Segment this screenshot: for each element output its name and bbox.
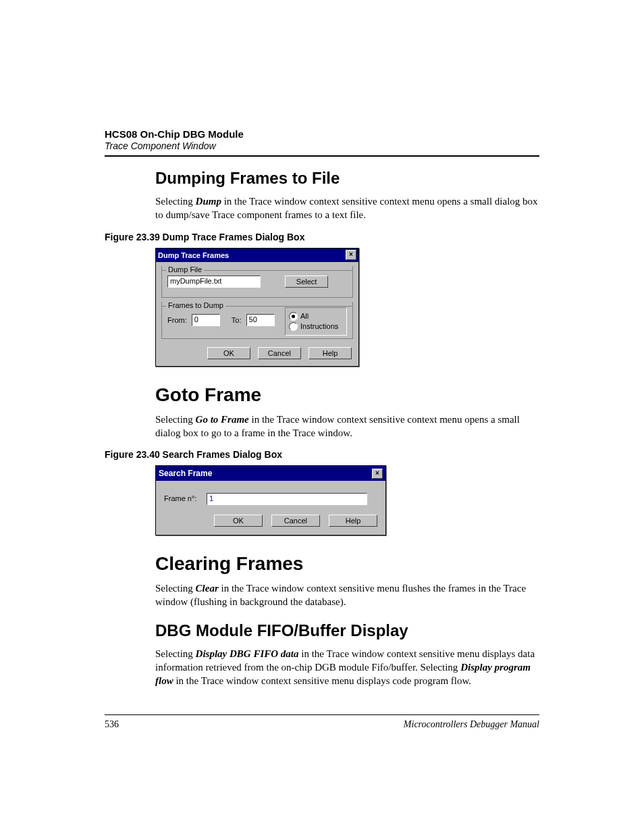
frames-to-dump-group: Frames to Dump From: 0 To: 50 All Instru… [161,302,353,339]
manual-title: Microcontrollers Debugger Manual [404,719,539,730]
text: Selecting [155,196,196,207]
dialog-title: Search Frame [159,469,212,478]
select-button[interactable]: Select [285,276,328,288]
emphasis: Dump [196,196,221,207]
frame-number-input[interactable]: 1 [207,493,367,505]
radio-panel: All Instructions [285,307,347,336]
to-input[interactable]: 50 [246,314,275,326]
para-fifo: Selecting Display DBG FIFO data in the T… [155,647,539,688]
emphasis: Clear [196,583,219,594]
help-button[interactable]: Help [329,515,377,527]
from-input[interactable]: 0 [192,314,220,326]
dump-trace-frames-dialog: Dump Trace Frames × Dump File myDumpFile… [155,248,359,367]
close-icon[interactable]: × [346,250,356,260]
dialog-button-row: OK Cancel Help [156,343,358,366]
page-footer: 536 Microcontrollers Debugger Manual [105,714,539,730]
header-chapter: HCS08 On-Chip DBG Module [105,128,539,140]
radio-all[interactable]: All [289,312,343,321]
ok-button[interactable]: OK [207,347,250,359]
frame-number-label: Frame n°: [164,494,205,502]
text: in the Trace window context sensitive me… [173,675,471,686]
radio-instructions[interactable]: Instructions [289,322,343,331]
radio-icon [289,312,298,321]
dialog-titlebar: Search Frame × [156,466,385,481]
para-dump: Selecting Dump in the Trace window conte… [155,194,539,222]
dialog-titlebar: Dump Trace Frames × [156,249,358,262]
running-header: HCS08 On-Chip DBG Module Trace Component… [105,128,539,151]
para-goto: Selecting Go to Frame in the Trace windo… [155,413,539,440]
dump-filename-input[interactable]: myDumpFile.txt [167,276,261,288]
text: Selecting [155,648,196,659]
cancel-button[interactable]: Cancel [258,347,301,359]
header-rule [105,155,539,157]
to-label: To: [232,316,242,324]
heading-fifo: DBG Module FIFO/Buffer Display [155,621,539,640]
page-number: 536 [105,719,119,730]
group-legend: Frames to Dump [166,301,225,309]
header-section: Trace Component Window [105,140,539,151]
radio-label: Instructions [300,322,338,330]
search-frame-dialog: Search Frame × Frame n°: 1 OK Cancel Hel… [155,465,386,536]
heading-clear: Clearing Frames [155,553,539,575]
group-legend: Dump File [166,265,204,273]
close-icon[interactable]: × [372,469,383,479]
heading-goto: Goto Frame [155,384,539,406]
ok-button[interactable]: OK [214,515,263,527]
emphasis: Go to Frame [196,414,249,425]
radio-label: All [300,312,308,320]
figure-caption-dump: Figure 23.39 Dump Trace Frames Dialog Bo… [105,232,539,242]
dump-file-group: Dump File myDumpFile.txt Select [161,266,353,298]
from-label: From: [167,316,187,324]
text: Selecting [155,583,196,594]
emphasis: Display DBG FIFO data [196,648,299,659]
cancel-button[interactable]: Cancel [271,515,320,527]
text: Selecting [155,414,196,425]
para-clear: Selecting Clear in the Trace window cont… [155,581,539,609]
footer-rule [105,714,539,715]
dialog-title: Dump Trace Frames [158,251,229,259]
dialog-button-row: OK Cancel Help [164,515,377,527]
figure-caption-search: Figure 23.40 Search Frames Dialog Box [105,449,539,460]
radio-icon [289,322,298,331]
heading-dump: Dumping Frames to File [155,169,539,188]
help-button[interactable]: Help [308,347,352,359]
